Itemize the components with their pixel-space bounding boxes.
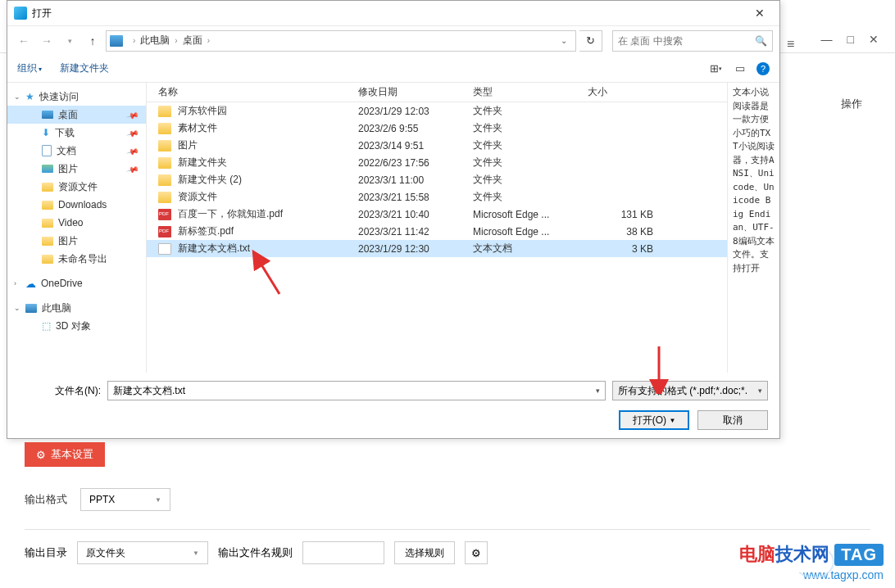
sidebar-item-downloads[interactable]: ⬇下载📌: [7, 124, 146, 142]
file-date: 2023/3/21 15:58: [358, 192, 473, 203]
chevron-right-icon[interactable]: ›: [175, 36, 177, 45]
cancel-button[interactable]: 取消: [697, 410, 768, 430]
file-row[interactable]: 资源文件2023/3/21 15:58文件夹: [147, 188, 727, 206]
sidebar-quick-access[interactable]: ⌄★快速访问: [7, 88, 146, 106]
select-rule-button[interactable]: 选择规则: [394, 541, 455, 564]
file-row[interactable]: 素材文件2023/2/6 9:55文件夹: [147, 120, 727, 137]
sidebar-onedrive[interactable]: ›☁OneDrive: [7, 274, 146, 292]
back-button[interactable]: ←: [14, 31, 34, 51]
file-type: 文件夹: [473, 173, 588, 187]
breadcrumb-folder[interactable]: 桌面: [183, 34, 202, 47]
filename-label: 文件名(N):: [19, 384, 101, 398]
file-type: 文件夹: [473, 138, 588, 152]
sidebar-item[interactable]: 资源文件: [7, 178, 146, 196]
close-icon[interactable]: ✕: [869, 33, 879, 46]
settings-gear-button[interactable]: ⚙: [465, 541, 488, 564]
sidebar-this-pc[interactable]: ⌄此电脑: [7, 299, 146, 317]
organize-button[interactable]: 组织▾: [17, 61, 42, 75]
sidebar-item-documents[interactable]: 文档📌: [7, 142, 146, 160]
file-name: 新建文本文档.txt: [178, 242, 358, 256]
watermark: 电脑技术网TAG www.tagxp.com: [739, 542, 884, 581]
search-input[interactable]: [618, 35, 755, 47]
filetype-select[interactable]: 所有支持的格式 (*.pdf;*.doc;*.▾: [612, 381, 768, 400]
file-date: 2023/2/6 9:55: [358, 123, 473, 134]
column-type[interactable]: 类型: [473, 85, 588, 99]
file-type: 文件夹: [473, 104, 588, 118]
view-mode-button[interactable]: ⊞▾: [707, 61, 724, 76]
file-name: 资源文件: [178, 190, 358, 204]
toolbar: 组织▾ 新建文件夹 ⊞▾ ▭ ?: [7, 55, 779, 83]
folder-icon: [158, 174, 171, 186]
preview-pane-button[interactable]: ▭: [732, 61, 748, 76]
file-type: Microsoft Edge ...: [473, 209, 588, 220]
file-type: 文件夹: [473, 190, 588, 204]
folder-icon: [158, 123, 171, 134]
open-button[interactable]: 打开(O) ▼: [619, 410, 689, 430]
forward-button: →: [37, 31, 57, 51]
sidebar-item[interactable]: Downloads: [7, 196, 146, 214]
address-bar[interactable]: › 此电脑 › 桌面 › ⌄: [106, 30, 576, 52]
chevron-right-icon[interactable]: ›: [207, 36, 210, 45]
pc-icon: [110, 35, 123, 47]
search-icon[interactable]: 🔍: [755, 35, 767, 47]
file-type: 文件夹: [473, 121, 588, 135]
output-rule-label: 输出文件名规则: [218, 545, 293, 560]
file-name: 新建文件夹: [178, 156, 358, 170]
sidebar-item-desktop[interactable]: 桌面📌: [7, 106, 146, 124]
output-rule-input[interactable]: [302, 541, 384, 564]
sidebar-item[interactable]: 图片: [7, 232, 146, 250]
output-dir-select[interactable]: 原文件夹▼: [77, 541, 208, 564]
nav-bar: ← → ▾ ↑ › 此电脑 › 桌面 › ⌄ ↻ 🔍: [7, 25, 779, 55]
operation-header: 操作: [841, 97, 862, 111]
file-row[interactable]: 新建文件夹 (2)2023/3/1 11:00文件夹: [147, 171, 727, 188]
file-name: 新标签页.pdf: [178, 224, 358, 238]
file-list: 名称 修改日期 类型 大小 河东软件园2023/1/29 12:03文件夹素材文…: [147, 83, 727, 373]
newfolder-button[interactable]: 新建文件夹: [60, 61, 109, 75]
chevron-right-icon[interactable]: ›: [133, 36, 135, 45]
breadcrumb-root[interactable]: 此电脑: [140, 34, 170, 47]
hamburger-icon[interactable]: ≡: [787, 37, 794, 52]
file-row[interactable]: 新标签页.pdf2023/3/21 11:42Microsoft Edge ..…: [147, 223, 727, 240]
dialog-title: 打开: [32, 7, 743, 20]
folder-icon: [158, 157, 171, 169]
file-size: 3 KB: [588, 243, 661, 255]
file-date: 2023/3/1 11:00: [358, 174, 473, 186]
window-controls: — □ ✕: [821, 33, 879, 46]
txt-icon: [158, 243, 171, 255]
pdf-icon: [158, 226, 171, 237]
close-button[interactable]: ✕: [743, 2, 776, 25]
file-date: 2023/1/29 12:03: [358, 106, 473, 117]
column-size[interactable]: 大小: [588, 85, 670, 99]
preview-pane: 文本小说阅读器是一款方便小巧的TXT小说阅读器，支持ANSI、Unicode、U…: [727, 83, 779, 373]
refresh-button[interactable]: ↻: [579, 30, 602, 52]
chevron-down-icon[interactable]: ⌄: [556, 36, 572, 45]
filename-input[interactable]: 新建文本文档.txt▾: [107, 381, 606, 400]
file-size: 38 KB: [588, 226, 661, 237]
sidebar-item[interactable]: Video: [7, 214, 146, 232]
minimize-icon[interactable]: —: [821, 33, 833, 46]
maximize-icon[interactable]: □: [847, 33, 854, 46]
column-headers[interactable]: 名称 修改日期 类型 大小: [147, 83, 727, 102]
file-name: 图片: [178, 138, 358, 152]
file-date: 2023/3/21 10:40: [358, 209, 473, 220]
file-row[interactable]: 河东软件园2023/1/29 12:03文件夹: [147, 102, 727, 120]
search-box[interactable]: 🔍: [612, 30, 773, 52]
file-row[interactable]: 新建文本文档.txt2023/1/29 12:30文本文档3 KB: [147, 240, 727, 257]
basic-settings-button[interactable]: ⚙基本设置: [25, 442, 105, 467]
column-name[interactable]: 名称: [147, 85, 358, 99]
file-row[interactable]: 百度一下，你就知道.pdf2023/3/21 10:40Microsoft Ed…: [147, 206, 727, 223]
sidebar-3d-objects[interactable]: ⬚3D 对象: [7, 317, 146, 335]
recent-dropdown[interactable]: ▾: [60, 31, 80, 51]
sidebar-item[interactable]: 未命名导出: [7, 250, 146, 268]
output-format-select[interactable]: PPTX▼: [80, 488, 170, 511]
file-row[interactable]: 图片2023/3/14 9:51文件夹: [147, 137, 727, 154]
open-file-dialog: 打开 ✕ ← → ▾ ↑ › 此电脑 › 桌面 › ⌄ ↻ 🔍 组织▾ 新建文件…: [7, 0, 780, 439]
column-date[interactable]: 修改日期: [358, 85, 473, 99]
up-button[interactable]: ↑: [83, 31, 102, 51]
sidebar-item-pictures[interactable]: 图片📌: [7, 160, 146, 178]
file-date: 2023/3/21 11:42: [358, 226, 473, 237]
help-icon[interactable]: ?: [756, 62, 770, 75]
output-dir-label: 输出目录: [25, 545, 67, 560]
file-row[interactable]: 新建文件夹2022/6/23 17:56文件夹: [147, 154, 727, 171]
file-date: 2022/6/23 17:56: [358, 157, 473, 169]
